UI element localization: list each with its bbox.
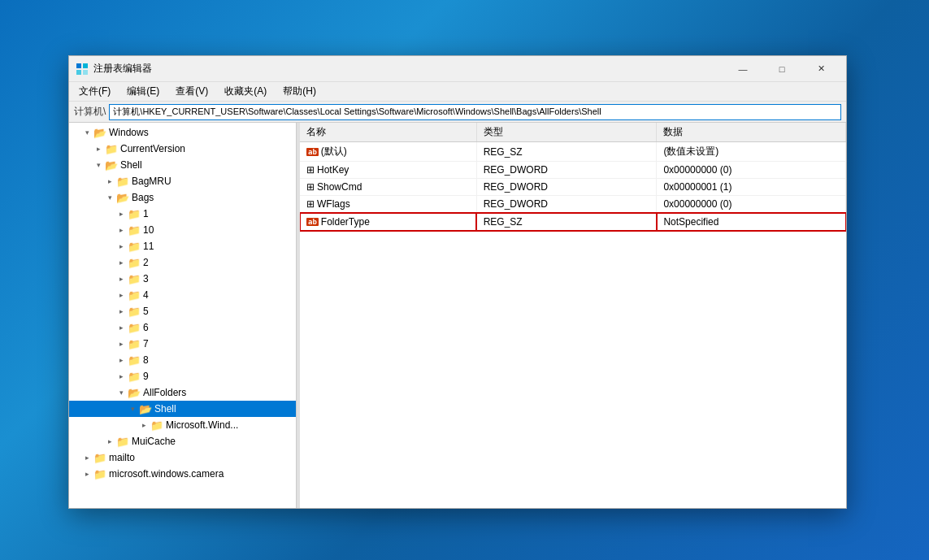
window-controls: ― □ ✕ xyxy=(724,56,840,82)
registry-type: REG_DWORD xyxy=(476,179,657,196)
folder-icon: 📁 xyxy=(128,241,141,253)
expand-icon[interactable]: ▸ xyxy=(103,435,116,448)
tree-item-label: BagMRU xyxy=(132,176,171,187)
tree-item-label: Microsoft.Wind... xyxy=(166,419,238,431)
expand-icon[interactable]: ▸ xyxy=(115,370,128,383)
expand-icon[interactable]: ▾ xyxy=(126,402,139,415)
tree-item-label: 7 xyxy=(143,338,149,349)
tree-item[interactable]: ▸📁8 xyxy=(69,352,296,368)
expand-icon[interactable]: ▸ xyxy=(115,224,128,237)
tree-item[interactable]: ▸📁1 xyxy=(69,206,296,222)
expand-icon[interactable]: ▸ xyxy=(80,467,93,480)
tree-item[interactable]: ▸📁MuiCache xyxy=(69,433,296,449)
folder-icon: 📁 xyxy=(128,273,141,285)
expand-icon[interactable]: ▾ xyxy=(103,191,116,204)
table-row[interactable]: ⊞ HotKeyREG_DWORD0x00000000 (0) xyxy=(300,162,846,179)
maximize-button[interactable]: □ xyxy=(763,56,801,82)
window-title: 注册表编辑器 xyxy=(93,62,724,76)
app-icon xyxy=(76,63,89,76)
expand-icon[interactable]: ▾ xyxy=(92,158,105,171)
svg-rect-4: ⊞ xyxy=(306,164,315,176)
tree-item[interactable]: ▸📁9 xyxy=(69,368,296,384)
expand-icon[interactable]: ▸ xyxy=(103,175,116,188)
menu-help[interactable]: 帮助(H) xyxy=(276,83,323,100)
tree-item-label: 6 xyxy=(143,322,149,333)
expand-icon[interactable]: ▸ xyxy=(115,337,128,350)
registry-table: 名称类型数据 ab (默认)REG_SZ(数值未设置)⊞ HotKeyREG_D… xyxy=(300,123,846,231)
registry-type: REG_SZ xyxy=(476,142,657,162)
table-row[interactable]: ab (默认)REG_SZ(数值未设置) xyxy=(300,142,846,162)
tree-item[interactable]: ▾📂Bags xyxy=(69,189,296,206)
tree-item[interactable]: ▾📂Shell xyxy=(69,157,296,173)
table-row[interactable]: ab FolderTypeREG_SZNotSpecified xyxy=(300,213,846,231)
menu-edit[interactable]: 编辑(E) xyxy=(120,83,166,100)
expand-icon[interactable]: ▸ xyxy=(92,142,105,155)
registry-name: ab (默认) xyxy=(300,142,476,162)
folder-icon: 📁 xyxy=(128,306,141,318)
tree-item[interactable]: ▸📁2 xyxy=(69,254,296,271)
menu-favorites[interactable]: 收藏夹(A) xyxy=(218,83,273,100)
tree-item-label: 5 xyxy=(143,306,149,317)
tree-item[interactable]: ▾📂Shell xyxy=(69,401,296,417)
folder-icon: 📂 xyxy=(116,192,129,204)
tree-item[interactable]: ▸📁11 xyxy=(69,238,296,254)
tree-item[interactable]: ▸📁BagMRU xyxy=(69,173,296,189)
registry-data: 0x00000000 (0) xyxy=(657,162,846,179)
menu-file[interactable]: 文件(F) xyxy=(72,83,117,100)
table-row[interactable]: ⊞ ShowCmdREG_DWORD0x00000001 (1) xyxy=(300,179,846,196)
detail-pane: 名称类型数据 ab (默认)REG_SZ(数值未设置)⊞ HotKeyREG_D… xyxy=(300,123,846,508)
tree-item[interactable]: ▸📁6 xyxy=(69,319,296,336)
folder-icon: 📂 xyxy=(139,403,152,415)
tree-item[interactable]: ▾📂AllFolders xyxy=(69,384,296,401)
expand-icon[interactable]: ▸ xyxy=(115,354,128,367)
expand-icon[interactable]: ▸ xyxy=(115,289,128,302)
expand-icon[interactable]: ▾ xyxy=(80,126,93,139)
folder-icon: 📂 xyxy=(93,127,106,139)
svg-rect-2 xyxy=(76,70,81,75)
tree-item[interactable]: ▸📁5 xyxy=(69,303,296,319)
folder-icon: 📁 xyxy=(128,322,141,334)
expand-icon[interactable]: ▸ xyxy=(115,305,128,318)
expand-icon[interactable]: ▸ xyxy=(115,256,128,269)
svg-text:⊞: ⊞ xyxy=(306,164,315,176)
tree-item[interactable]: ▸📁Microsoft.Wind... xyxy=(69,417,296,433)
tree-item[interactable]: ▸📁4 xyxy=(69,287,296,303)
close-button[interactable]: ✕ xyxy=(802,56,840,82)
minimize-button[interactable]: ― xyxy=(724,56,762,82)
address-input[interactable] xyxy=(109,104,841,120)
tree-item[interactable]: ▸📁7 xyxy=(69,336,296,352)
tree-item-label: mailto xyxy=(109,452,135,463)
tree-item[interactable]: ▸📁mailto xyxy=(69,449,296,466)
folder-icon: 📁 xyxy=(128,371,141,383)
tree-item[interactable]: ▸📁10 xyxy=(69,222,296,238)
tree-item[interactable]: ▸📁CurrentVersion xyxy=(69,141,296,157)
expand-icon[interactable]: ▸ xyxy=(115,207,128,220)
main-content: ▾📂Windows▸📁CurrentVersion▾📂Shell▸📁BagMRU… xyxy=(69,123,846,508)
registry-name: ab FolderType xyxy=(300,213,476,231)
tree-item-label: 1 xyxy=(143,208,149,219)
tree-item-label: Bags xyxy=(132,192,154,203)
menu-view[interactable]: 查看(V) xyxy=(169,83,215,100)
tree-item[interactable]: ▾📂Windows xyxy=(69,124,296,141)
tree-item[interactable]: ▸📁microsoft.windows.camera xyxy=(69,466,296,482)
expand-icon[interactable]: ▾ xyxy=(115,386,128,399)
tree-item[interactable]: ▸📁3 xyxy=(69,271,296,287)
table-row[interactable]: ⊞ WFlagsREG_DWORD0x00000000 (0) xyxy=(300,196,846,213)
expand-icon[interactable]: ▸ xyxy=(115,321,128,334)
expand-icon[interactable]: ▸ xyxy=(80,451,93,464)
expand-icon[interactable]: ▸ xyxy=(115,240,128,253)
tree-item-label: microsoft.windows.camera xyxy=(109,468,224,480)
folder-icon: 📁 xyxy=(128,208,141,220)
svg-rect-3 xyxy=(83,70,88,75)
tree-item-label: 11 xyxy=(143,241,154,252)
folder-icon: 📁 xyxy=(128,354,141,367)
expand-icon[interactable]: ▸ xyxy=(137,419,150,432)
tree-item-label: Shell xyxy=(120,159,142,171)
expand-icon[interactable]: ▸ xyxy=(115,272,128,285)
tree-item-label: 9 xyxy=(143,371,149,382)
tree-item-label: Shell xyxy=(154,403,176,415)
folder-icon: 📁 xyxy=(105,143,118,155)
folder-icon: 📁 xyxy=(128,224,141,237)
registry-name: ⊞ WFlags xyxy=(300,196,476,213)
tree-pane[interactable]: ▾📂Windows▸📁CurrentVersion▾📂Shell▸📁BagMRU… xyxy=(69,123,297,508)
